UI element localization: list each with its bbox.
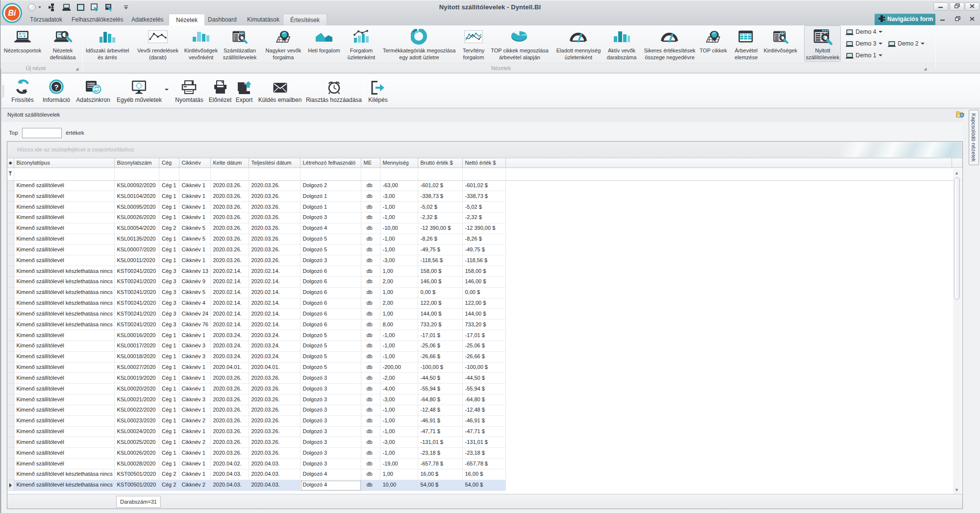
- svg-text:?: ?: [54, 83, 58, 91]
